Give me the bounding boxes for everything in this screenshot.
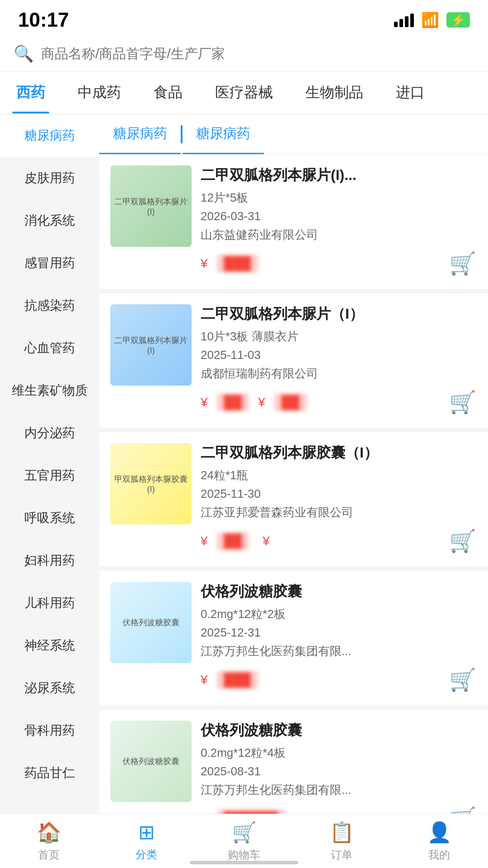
nav-item-orders[interactable]: 📋 订单 — [293, 814, 390, 868]
sidebar-item-vitamins[interactable]: 维生素矿物质 — [0, 369, 99, 412]
product-info-3: 二甲双胍格列本脲胶囊（I） 24粒*1瓶 2025-11-30 江苏亚邦爱普森药… — [201, 443, 477, 556]
tab-zhongchengyao[interactable]: 中成药 — [61, 72, 137, 113]
add-to-cart-button-4[interactable]: 🛒 — [448, 665, 477, 694]
product-name-2: 二甲双胍格列本脲片（I） — [201, 304, 477, 324]
product-info-2: 二甲双胍格列本脲片（I） 10片*3板 薄膜衣片 2025-11-03 成都恒瑞… — [201, 304, 477, 417]
sidebar-item-xiaohua[interactable]: 消化系统 — [0, 199, 99, 242]
sidebar-item-shenjing[interactable]: 神经系统 — [0, 624, 99, 667]
sidebar-item-xinxueguan[interactable]: 心血管药 — [0, 327, 99, 369]
sidebar-item-yaopingganren[interactable]: 药品甘仁 — [0, 752, 99, 794]
tab-shengwu[interactable]: 生物制品 — [289, 72, 380, 113]
sidebar-item-pifu[interactable]: 皮肤用药 — [0, 157, 99, 199]
product-company-5: 江苏万邦生化医药集团有限... — [201, 782, 477, 798]
nav-item-category[interactable]: ⊞ 分类 — [98, 814, 195, 868]
status-time: 10:17 — [18, 9, 69, 31]
table-row: 伏格列波糖胶囊 伏格列波糖胶囊 0.2mg*12粒*2板 2025-12-31 … — [99, 571, 488, 705]
product-name-1: 二甲双胍格列本脲片(I)... — [201, 165, 477, 185]
price-area-2: ¥ ██ ¥ ██ — [201, 393, 307, 411]
search-icon: 🔍 — [14, 44, 34, 63]
nav-label-orders: 订单 — [331, 848, 352, 862]
product-list: 二甲双胍格列本脲片(I) 二甲双胍格列本脲片(I)... 12片*5板 2026… — [99, 155, 488, 868]
price-area-3: ¥ ██ ¥ — [201, 532, 270, 550]
category-tabs: 西药 中成药 食品 医疗器械 生物制品 进口 — [0, 72, 488, 114]
product-price-row-2: ¥ ██ ¥ ██ 🛒 — [201, 388, 477, 417]
table-row: 二甲双胍格列本脲片(I) 二甲双胍格列本脲片(I)... 12片*5板 2026… — [99, 155, 488, 289]
product-image-1: 二甲双胍格列本脲片(I) — [110, 165, 192, 247]
product-date-4: 2025-12-31 — [201, 626, 477, 640]
product-name-3: 二甲双胍格列本脲胶囊（I） — [201, 443, 477, 463]
product-date-2: 2025-11-03 — [201, 348, 477, 362]
product-img-label-3: 甲双胍格列本脲胶囊(I) — [110, 443, 192, 524]
product-name-5: 伏格列波糖胶囊 — [201, 721, 477, 741]
left-sidebar: 糖尿病药 皮肤用药 消化系统 感冒用药 抗感染药 心血管药 维生素矿物质 内分泌… — [0, 114, 99, 868]
sidebar-item-neifenmi[interactable]: 内分泌药 — [0, 412, 99, 454]
product-date-5: 2025-08-31 — [201, 764, 477, 778]
sidebar-item-kangganran[interactable]: 抗感染药 — [0, 284, 99, 327]
sidebar-item-miniao[interactable]: 泌尿系统 — [0, 667, 99, 709]
signal-icon — [394, 13, 414, 27]
price-blurred-2: ██ — [217, 393, 249, 411]
home-indicator — [190, 861, 298, 864]
tab-jinkou[interactable]: 进口 — [380, 72, 441, 113]
nav-item-profile[interactable]: 👤 我的 — [390, 814, 488, 868]
sidebar-item-wuguan[interactable]: 五官用药 — [0, 454, 99, 497]
sidebar-item-guke[interactable]: 骨科用药 — [0, 709, 99, 752]
cart-icon: 🛒 — [232, 821, 257, 844]
product-info-1: 二甲双胍格列本脲片(I)... 12片*5板 2026-03-31 山东益健药业… — [201, 165, 477, 278]
product-company-4: 江苏万邦生化医药集团有限... — [201, 643, 477, 659]
product-company-1: 山东益健药业有限公司 — [201, 227, 477, 243]
add-to-cart-button-1[interactable]: 🛒 — [448, 249, 477, 278]
profile-icon: 👤 — [427, 821, 452, 844]
product-info-4: 伏格列波糖胶囊 0.2mg*12粒*2板 2025-12-31 江苏万邦生化医药… — [201, 582, 477, 694]
tab-shipin[interactable]: 食品 — [137, 72, 199, 113]
sidebar-item-erke[interactable]: 儿科用药 — [0, 582, 99, 624]
product-date-3: 2025-11-30 — [201, 487, 477, 501]
sub-cat-tangniaobing-2[interactable]: 糖尿病药 — [183, 114, 264, 154]
orders-icon: 📋 — [329, 821, 354, 844]
product-price-row-3: ¥ ██ ¥ 🛒 — [201, 527, 477, 556]
product-image-3: 甲双胍格列本脲胶囊(I) — [110, 443, 192, 524]
nav-item-home[interactable]: 🏠 首页 — [0, 814, 98, 868]
search-bar: 🔍 — [0, 36, 488, 72]
price-blurred-4: ███ — [217, 671, 258, 689]
product-spec-4: 0.2mg*12粒*2板 — [201, 606, 477, 622]
bottom-nav: 🏠 首页 ⊞ 分类 🛒 购物车 📋 订单 👤 我的 — [0, 814, 488, 868]
product-spec-5: 0.2mg*12粒*4板 — [201, 745, 477, 761]
product-image-2: 二甲双胍格列本脲片(I) — [110, 304, 192, 386]
add-to-cart-button-2[interactable]: 🛒 — [448, 388, 477, 417]
add-to-cart-button-3[interactable]: 🛒 — [448, 527, 477, 556]
nav-label-cart: 购物车 — [228, 848, 260, 862]
product-price-row-1: ¥ ███ 🛒 — [201, 249, 477, 278]
product-company-2: 成都恒瑞制药有限公司 — [201, 366, 477, 382]
sub-cat-tangniaobing-1[interactable]: 糖尿病药 — [99, 114, 181, 154]
status-bar: 10:17 📶 ⚡ — [0, 0, 488, 36]
product-img-label-2: 二甲双胍格列本脲片(I) — [110, 304, 192, 386]
price-original-2: ██ — [274, 393, 307, 411]
product-image-5: 伏格列波糖胶囊 — [110, 721, 192, 802]
product-spec-2: 10片*3板 薄膜衣片 — [201, 329, 477, 344]
tab-yiliao[interactable]: 医疗器械 — [199, 72, 289, 113]
table-row: 二甲双胍格列本脲片(I) 二甲双胍格列本脲片（I） 10片*3板 薄膜衣片 20… — [99, 293, 488, 428]
price-area-1: ¥ ███ — [201, 255, 258, 273]
sidebar-item-ganmao[interactable]: 感冒用药 — [0, 242, 99, 284]
product-company-3: 江苏亚邦爱普森药业有限公司 — [201, 505, 477, 520]
sidebar-item-tangniaobing[interactable]: 糖尿病药 — [0, 114, 99, 157]
battery-icon: ⚡ — [446, 12, 470, 28]
price-blurred-3: ██ — [217, 532, 249, 550]
wifi-icon: 📶 — [421, 11, 439, 28]
product-image-4: 伏格列波糖胶囊 — [110, 582, 192, 663]
nav-label-profile: 我的 — [428, 848, 450, 862]
product-img-label-1: 二甲双胍格列本脲片(I) — [110, 165, 192, 247]
sidebar-item-fuke[interactable]: 妇科用药 — [0, 539, 99, 582]
sidebar-item-huxi[interactable]: 呼吸系统 — [0, 497, 99, 539]
product-spec-3: 24粒*1瓶 — [201, 467, 477, 483]
category-icon: ⊞ — [138, 821, 155, 844]
price-blurred-1: ███ — [217, 255, 258, 273]
right-panel: 糖尿病药 糖尿病药 二甲双胍格列本脲片(I) 二甲双胍格列本脲片(I)... 1… — [99, 114, 488, 868]
product-spec-1: 12片*5板 — [201, 190, 477, 206]
product-img-label-5: 伏格列波糖胶囊 — [110, 721, 192, 802]
tab-xiyao[interactable]: 西药 — [0, 72, 61, 113]
search-input[interactable] — [41, 46, 474, 61]
main-content: 糖尿病药 皮肤用药 消化系统 感冒用药 抗感染药 心血管药 维生素矿物质 内分泌… — [0, 114, 488, 868]
nav-item-cart[interactable]: 🛒 购物车 — [195, 814, 293, 868]
